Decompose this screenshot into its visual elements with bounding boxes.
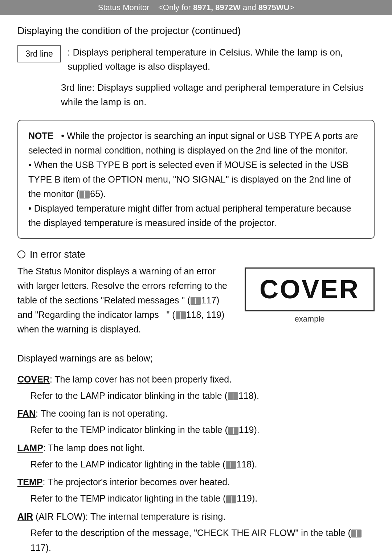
header-text: Status Monitor (98, 3, 150, 12)
warn-desc-air: : The internal temperature is rising. (86, 511, 226, 522)
warn-desc-lamp: : The lamp does not light. (43, 443, 145, 453)
book-icon-temp (226, 495, 236, 503)
warn-item-air: AIR (AIR FLOW): The internal temperature… (17, 509, 375, 524)
warn-term-air-extra: (AIR FLOW) (33, 511, 85, 522)
warn-desc-cover: : The lamp cover has not been properly f… (50, 374, 232, 384)
main-content: Displaying the condition of the projecto… (0, 25, 392, 556)
book-icon-cover (228, 392, 238, 400)
line-box: 3rd line (17, 45, 61, 62)
cover-box: COVER (245, 267, 375, 311)
error-body-text: The Status Monitor displays a warning of… (17, 266, 227, 334)
error-body: The Status Monitor displays a warning of… (17, 264, 375, 365)
warn-term-lamp: LAMP (17, 443, 43, 453)
error-text-col: The Status Monitor displays a warning of… (17, 264, 233, 365)
example-label: example (294, 314, 324, 324)
error-section: In error state The Status Monitor displa… (17, 249, 375, 556)
error-header: In error state (17, 249, 375, 260)
header-bar: Status Monitor <Only for 8971, 8972W and… (0, 0, 392, 15)
warn-term-fan: FAN (17, 408, 36, 418)
warn-term-air: AIR (17, 511, 33, 522)
note-box-1: NOTE • While the projector is searching … (17, 120, 375, 239)
book-icon-3 (176, 311, 186, 319)
warn-item-fan: FAN: The cooing fan is not operating. (17, 406, 375, 421)
warn-desc-temp: : The projector's interior becomes over … (42, 477, 230, 487)
warn-sub-temp: Refer to the TEMP indicator lighting in … (30, 491, 375, 506)
warn-sub-cover: Refer to the LAMP indicator blinking in … (30, 388, 375, 403)
warnings-list: COVER: The lamp cover has not been prope… (17, 372, 375, 556)
note-label-1: NOTE (28, 131, 53, 141)
warn-term-temp: TEMP (17, 477, 42, 487)
warn-sub-fan: Refer to the TEMP indicator blinking in … (30, 422, 375, 437)
model-last: 8975WU (258, 3, 290, 12)
warn-item-temp: TEMP: The projector's interior becomes o… (17, 475, 375, 490)
warnings-intro: Displayed warnings are as below; (17, 353, 152, 363)
line-desc: : Displays peripheral temperature in Cel… (68, 45, 375, 74)
model-list: 8971, 8972W (193, 3, 241, 12)
warn-item-cover: COVER: The lamp cover has not been prope… (17, 372, 375, 387)
warn-sub-lamp: Refer to the LAMP indicator lighting in … (30, 457, 375, 472)
section-title: Displaying the condition of the projecto… (17, 25, 375, 37)
cover-example-col: COVER example (245, 267, 375, 365)
warn-item-lamp: LAMP: The lamp does not light. (17, 441, 375, 455)
warn-term-cover: COVER (17, 374, 50, 384)
indent-block: 3rd line: Displays supplied voltage and … (61, 80, 375, 110)
warn-sub-air: Refer to the description of the message,… (30, 526, 375, 556)
book-icon-fan (228, 427, 238, 435)
display-block: 3rd line : Displays peripheral temperatu… (17, 45, 375, 74)
circle-icon (17, 250, 25, 258)
book-icon-air (351, 530, 362, 537)
error-heading: In error state (30, 249, 85, 260)
book-icon-1 (79, 191, 90, 199)
warn-desc-fan: : The cooing fan is not operating. (36, 408, 168, 418)
book-icon-lamp (226, 461, 236, 469)
book-icon-2 (191, 297, 201, 305)
